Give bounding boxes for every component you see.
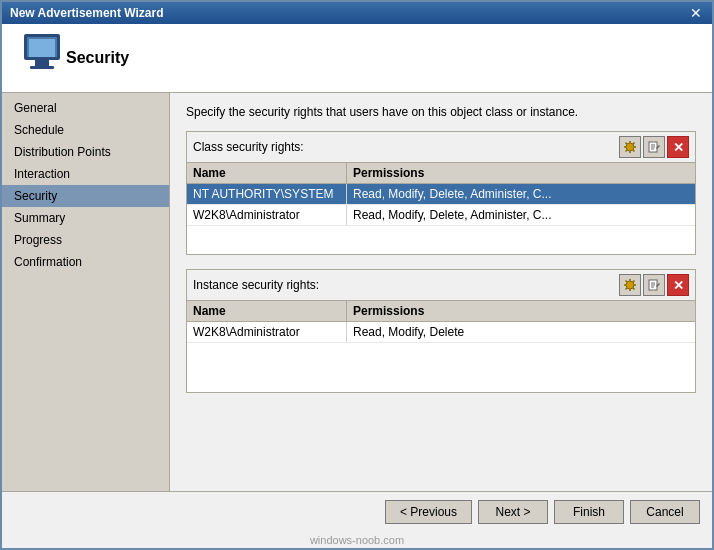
sunburst-icon2 [623, 278, 637, 292]
class-row1-perm: Read, Modify, Delete, Administer, C... [347, 205, 695, 225]
instance-rights-box: Instance security rights: [186, 269, 696, 393]
finish-button[interactable]: Finish [554, 500, 624, 524]
watermark-text: windows-noob.com [2, 532, 712, 548]
svg-point-0 [626, 143, 634, 151]
class-rights-actions: ✕ [619, 136, 689, 158]
instance-rights-title: Instance security rights: [193, 278, 319, 292]
class-col-perm: Permissions [347, 163, 695, 183]
page-title: Security [66, 49, 129, 67]
previous-button[interactable]: < Previous [385, 500, 472, 524]
svg-line-21 [633, 281, 635, 283]
sidebar-item-security[interactable]: Security [2, 185, 169, 207]
class-rights-box: Class security rights: [186, 131, 696, 255]
sidebar-item-summary[interactable]: Summary [2, 207, 169, 229]
main-content: Specify the security rights that users h… [170, 93, 712, 491]
class-rights-title: Class security rights: [193, 140, 304, 154]
instance-row0-perm: Read, Modify, Delete [347, 322, 695, 342]
class-rights-delete-button[interactable]: ✕ [667, 136, 689, 158]
instance-rights-row-0[interactable]: W2K8\Administrator Read, Modify, Delete [187, 322, 695, 343]
class-rights-row-1[interactable]: W2K8\Administrator Read, Modify, Delete,… [187, 205, 695, 226]
svg-line-22 [626, 288, 628, 290]
title-bar: New Advertisement Wizard ✕ [2, 2, 712, 24]
class-row1-name: W2K8\Administrator [187, 205, 347, 225]
class-row0-name: NT AUTHORITY\SYSTEM [187, 184, 347, 204]
class-col-name: Name [187, 163, 347, 183]
instance-col-name: Name [187, 301, 347, 321]
class-rights-table-header: Name Permissions [187, 163, 695, 184]
edit-icon [647, 140, 661, 154]
wizard-body: General Schedule Distribution Points Int… [2, 93, 712, 491]
sidebar: General Schedule Distribution Points Int… [2, 93, 170, 491]
instance-rights-edit-button[interactable] [643, 274, 665, 296]
wizard-window: New Advertisement Wizard ✕ Security Gene… [0, 0, 714, 550]
description-text: Specify the security rights that users h… [186, 105, 696, 119]
delete-icon: ✕ [673, 140, 684, 155]
delete-icon2: ✕ [673, 278, 684, 293]
instance-row0-name: W2K8\Administrator [187, 322, 347, 342]
svg-line-7 [633, 143, 635, 145]
edit-icon2 [647, 278, 661, 292]
instance-col-perm: Permissions [347, 301, 695, 321]
class-rights-header: Class security rights: [187, 132, 695, 163]
header-icon [18, 34, 66, 82]
window-title: New Advertisement Wizard [10, 6, 164, 20]
sunburst-icon [623, 140, 637, 154]
sidebar-item-distribution-points[interactable]: Distribution Points [2, 141, 169, 163]
instance-rights-table-header: Name Permissions [187, 301, 695, 322]
instance-rights-add-button[interactable] [619, 274, 641, 296]
svg-line-6 [633, 150, 635, 152]
instance-rights-delete-button[interactable]: ✕ [667, 274, 689, 296]
next-button[interactable]: Next > [478, 500, 548, 524]
svg-line-20 [633, 288, 635, 290]
svg-point-14 [626, 281, 634, 289]
sidebar-item-general[interactable]: General [2, 97, 169, 119]
sidebar-item-schedule[interactable]: Schedule [2, 119, 169, 141]
sidebar-item-interaction[interactable]: Interaction [2, 163, 169, 185]
class-rights-edit-button[interactable] [643, 136, 665, 158]
svg-line-5 [626, 143, 628, 145]
sidebar-item-progress[interactable]: Progress [2, 229, 169, 251]
svg-line-8 [626, 150, 628, 152]
wizard-footer: < Previous Next > Finish Cancel [2, 491, 712, 532]
class-rights-row-0[interactable]: NT AUTHORITY\SYSTEM Read, Modify, Delete… [187, 184, 695, 205]
svg-line-19 [626, 281, 628, 283]
wizard-header: Security [2, 24, 712, 93]
instance-rights-table-body: W2K8\Administrator Read, Modify, Delete [187, 322, 695, 392]
instance-rights-header: Instance security rights: [187, 270, 695, 301]
class-rights-table-body: NT AUTHORITY\SYSTEM Read, Modify, Delete… [187, 184, 695, 254]
class-rights-add-button[interactable] [619, 136, 641, 158]
class-row0-perm: Read, Modify, Delete, Administer, C... [347, 184, 695, 204]
instance-rights-actions: ✕ [619, 274, 689, 296]
cancel-button[interactable]: Cancel [630, 500, 700, 524]
close-button[interactable]: ✕ [688, 5, 704, 21]
sidebar-item-confirmation[interactable]: Confirmation [2, 251, 169, 273]
